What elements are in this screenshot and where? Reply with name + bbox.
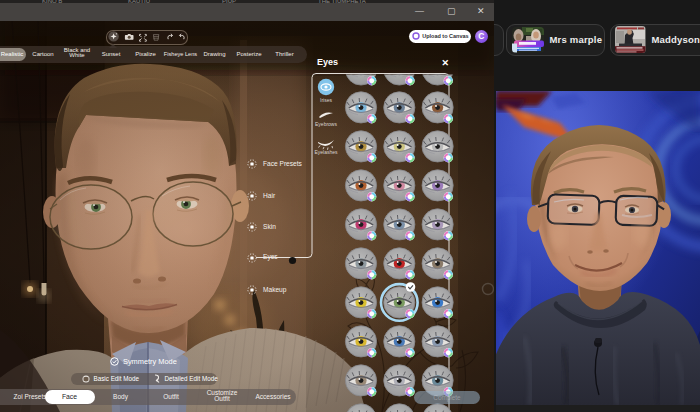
svg-text:Eyebrows: Eyebrows <box>315 121 337 127</box>
svg-text:Irises: Irises <box>320 97 332 103</box>
svg-text:Eyelashes: Eyelashes <box>314 149 338 155</box>
